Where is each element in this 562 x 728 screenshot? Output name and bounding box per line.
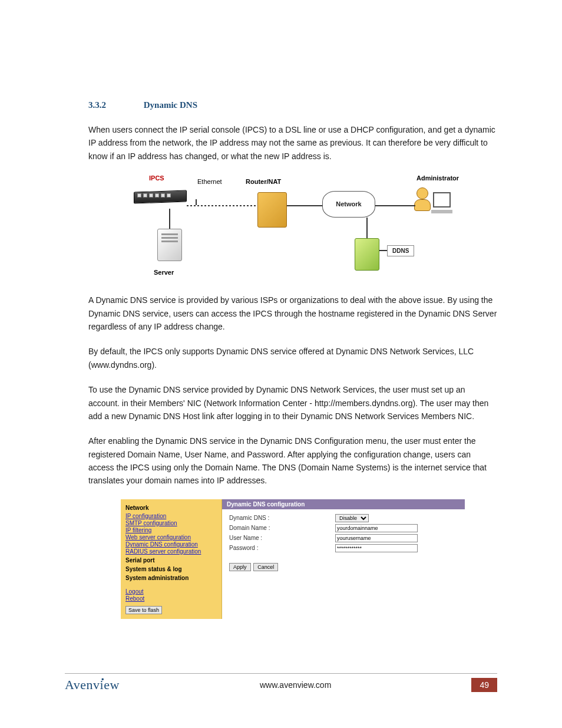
label-dynamic-dns: Dynamic DNS : — [229, 515, 335, 521]
sidebar-link-radius[interactable]: RADIUS server configuration — [125, 548, 217, 555]
config-main: Dynamic DNS configuration Dynamic DNS : … — [222, 499, 465, 619]
label-domain-name: Domain Name : — [229, 525, 335, 531]
config-title-bar: Dynamic DNS configuration — [222, 499, 465, 509]
diagram-ddns-server — [355, 238, 379, 271]
sidebar-header-admin: System administration — [125, 575, 217, 581]
diagram-label-server: Server — [154, 269, 174, 276]
sidebar-link-web[interactable]: Web server configuration — [125, 534, 217, 541]
paragraph: A Dynamic DNS service is provided by var… — [88, 294, 497, 333]
sidebar-link-ipfilter[interactable]: IP filtering — [125, 527, 217, 533]
section-heading: 3.3.2 Dynamic DNS — [88, 100, 497, 110]
cancel-button[interactable]: Cancel — [253, 563, 278, 571]
sidebar-link-reboot[interactable]: Reboot — [125, 595, 217, 602]
diagram-label-ipcs: IPCS — [149, 174, 164, 182]
input-user-name[interactable] — [335, 534, 418, 542]
paragraph: By default, the IPCS only supports Dynam… — [88, 345, 497, 371]
diagram-network-cloud: Network — [322, 191, 375, 218]
diagram-server — [157, 229, 182, 261]
diagram-label-admin: Administrator — [416, 174, 459, 182]
diagram-router — [257, 192, 287, 228]
sidebar-link-ddns[interactable]: Dynamic DNS configuration — [125, 541, 217, 548]
config-sidebar: Network IP configuration SMTP configurat… — [121, 499, 222, 619]
section-title: Dynamic DNS — [144, 100, 197, 110]
config-screenshot: Network IP configuration SMTP configurat… — [121, 499, 465, 619]
paragraph: After enabling the Dynamic DNS service i… — [88, 434, 497, 487]
diagram-label-ddns: DDNS — [387, 245, 414, 256]
paragraph: To use the Dynamic DNS service provided … — [88, 383, 497, 423]
label-password: Password : — [229, 545, 335, 551]
label-user-name: User Name : — [229, 535, 335, 541]
diagram-administrator — [415, 186, 454, 219]
sidebar-link-smtp[interactable]: SMTP configuration — [125, 520, 217, 526]
paragraph: When users connect the IP serial console… — [88, 123, 497, 163]
sidebar-header-status: System status & log — [125, 566, 217, 572]
sidebar-link-ip[interactable]: IP configuration — [125, 513, 217, 519]
page-footer: Avenview www.avenview.com 49 — [65, 673, 497, 693]
sidebar-header-network: Network — [125, 505, 217, 511]
input-domain-name[interactable] — [335, 524, 418, 532]
page-number: 49 — [471, 678, 497, 692]
section-number: 3.3.2 — [88, 100, 141, 110]
diagram-label-ethernet: Ethernet — [197, 178, 222, 185]
input-password[interactable] — [335, 544, 418, 552]
sidebar-header-serial: Serial port — [125, 557, 217, 564]
brand-logo: Avenview — [65, 677, 120, 693]
diagram-label-router: Router/NAT — [246, 178, 281, 185]
network-diagram: IPCS Ethernet Router/NAT Administrator S… — [128, 174, 458, 281]
footer-url: www.avenview.com — [120, 680, 472, 690]
select-dynamic-dns[interactable]: Disable — [335, 514, 369, 522]
save-to-flash-button[interactable]: Save to flash — [125, 606, 162, 614]
sidebar-link-logout[interactable]: Logout — [125, 588, 217, 595]
apply-button[interactable]: Apply — [229, 563, 251, 571]
diagram-ipcs-device — [134, 191, 187, 209]
